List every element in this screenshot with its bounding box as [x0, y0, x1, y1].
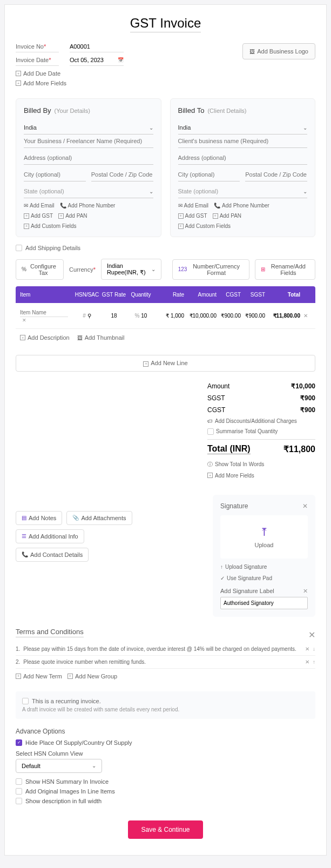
add-discounts-button[interactable]: 🏷Add Discounts/Additional Charges [207, 418, 315, 424]
add-term-button[interactable]: +Add New Term [16, 673, 62, 679]
move-up-button[interactable]: ↑ [313, 659, 315, 665]
signature-upload-zone[interactable]: ⤒Upload [220, 515, 308, 559]
cgst-cell: ₹900.00 [217, 313, 241, 319]
billed-to-add-gst[interactable]: +Add GST [178, 213, 207, 219]
billed-by-city-input[interactable] [24, 168, 86, 181]
add-due-date-button[interactable]: +Add Due Date [16, 70, 242, 77]
currency-select[interactable]: Indian Rupee(INR, ₹)⌄ [101, 259, 161, 280]
checkbox-checked-icon: ✓ [16, 739, 22, 746]
checkbox-icon [207, 428, 214, 435]
billed-by-state-select[interactable]: State (optional)⌄ [24, 185, 153, 198]
add-info-button[interactable]: ☰Add Additional Info [16, 529, 84, 543]
rate-input[interactable]: ₹ 1,000 [154, 313, 184, 319]
billed-by-country-select[interactable]: India⌄ [24, 121, 153, 134]
currency-label: Currency [69, 266, 96, 273]
checkbox-icon [16, 778, 22, 785]
mail-icon: ✉ [24, 203, 28, 208]
chevron-down-icon: ⌄ [303, 189, 307, 194]
hsn-view-label: Select HSN Column View [16, 750, 315, 757]
close-signature-button[interactable]: ✕ [302, 502, 308, 510]
add-more-fields-button[interactable]: +Add More Fields [16, 80, 242, 86]
billed-by-add-pan[interactable]: +Add PAN [58, 213, 87, 219]
delete-term-button[interactable]: ✕ [305, 646, 309, 652]
add-more-fields-totals[interactable]: +Add More Fields [207, 473, 315, 479]
search-icon[interactable]: ⚲ [87, 313, 91, 319]
billed-by-name-input[interactable] [24, 134, 153, 148]
billed-to-zip-input[interactable] [245, 168, 307, 181]
add-logo-button[interactable]: 🖼Add Business Logo [242, 43, 315, 59]
configure-tax-button[interactable]: %Configure Tax [16, 259, 64, 280]
hide-place-checkbox[interactable]: ✓Hide Place Of Supply/Country Of Supply [16, 739, 315, 746]
plus-icon: + [58, 213, 64, 219]
add-notes-button[interactable]: ▤Add Notes [16, 511, 62, 525]
add-images-checkbox[interactable]: Add Original Images In Line Items [16, 788, 315, 795]
clear-icon[interactable]: ✕ [22, 318, 26, 323]
show-hsn-checkbox[interactable]: Show HSN Summary In Invoice [16, 778, 315, 785]
hsn-view-select[interactable]: Default⌄ [16, 759, 102, 773]
number-format-button[interactable]: 123Number/Currency Format [172, 259, 249, 280]
image-icon: 🖼 [77, 335, 83, 341]
delete-term-button[interactable]: ✕ [305, 659, 309, 665]
sgst-value: ₹900 [300, 394, 315, 402]
total-cell: ₹11,800.00 [265, 313, 300, 319]
billed-by-add-custom[interactable]: +Add Custom Fields [24, 223, 76, 229]
billed-to-state-select[interactable]: State (optional)⌄ [178, 185, 308, 198]
billed-to-add-phone[interactable]: 📞Add Phone Number [214, 203, 269, 208]
phone-icon: 📞 [60, 203, 66, 208]
phone-icon: 📞 [22, 551, 28, 557]
invoice-no-input[interactable]: A00001 [70, 43, 124, 52]
add-thumbnail-button[interactable]: 🖼Add Thumbnail [77, 334, 125, 341]
summarise-qty-checkbox[interactable]: Summarise Total Quantity [207, 428, 315, 435]
shipping-checkbox[interactable]: Add Shipping Details [16, 245, 315, 251]
billed-by-add-email[interactable]: ✉Add Email [24, 203, 55, 208]
qty-input[interactable]: 10 [141, 313, 147, 319]
add-line-button[interactable]: +Add New Line [16, 355, 315, 372]
billed-to-city-input[interactable] [178, 168, 240, 181]
move-down-button[interactable]: ↓ [313, 646, 315, 652]
add-group-button[interactable]: +Add New Group [67, 673, 117, 679]
term-text[interactable]: Please quote invoice number when remitti… [23, 659, 302, 665]
close-label-button[interactable]: ✕ [303, 588, 308, 595]
list-icon: ☰ [22, 533, 26, 539]
item-name-input[interactable] [20, 308, 68, 317]
billed-to-address-input[interactable] [178, 151, 308, 165]
billed-to-add-custom[interactable]: +Add Custom Fields [178, 223, 231, 229]
show-words-button[interactable]: ⓘShow Total In Words [207, 461, 315, 468]
upload-signature-button[interactable]: ↑Upload Signature [220, 564, 308, 570]
add-contact-button[interactable]: 📞Add Contact Details [16, 548, 89, 562]
info-icon: ⓘ [207, 461, 213, 468]
chevron-down-icon: ⌄ [303, 125, 307, 131]
invoice-date-input[interactable]: Oct 05, 2023📅 [70, 57, 124, 66]
billed-by-add-phone[interactable]: 📞Add Phone Number [60, 203, 116, 208]
number-icon: 123 [178, 266, 187, 272]
signature-label-input[interactable] [220, 597, 308, 609]
add-description-button[interactable]: +Add Description [20, 334, 70, 341]
billed-by-address-input[interactable] [24, 151, 153, 165]
close-terms-button[interactable]: ✕ [308, 630, 315, 640]
billed-by-add-gst[interactable]: +Add GST [24, 213, 53, 219]
advance-options-title: Advance Options [16, 728, 315, 735]
image-icon: 🖼 [249, 49, 255, 55]
rename-fields-button[interactable]: ⊞Rename/Add Fields [255, 259, 315, 280]
term-row: 2. Please quote invoice number when remi… [16, 656, 315, 669]
add-attachments-button[interactable]: 📎Add Attachments [66, 511, 132, 525]
billed-to-title: Billed To [178, 106, 205, 115]
save-continue-button[interactable]: Save & Continue [128, 820, 202, 839]
gst-rate-input[interactable]: 18 [100, 313, 127, 319]
term-text[interactable]: Please pay within 15 days from the date … [23, 646, 302, 652]
billed-by-zip-input[interactable] [91, 168, 153, 181]
hsn-input[interactable]: # [83, 313, 86, 319]
show-desc-checkbox[interactable]: Show description in full width [16, 798, 315, 804]
signature-pad-button[interactable]: ✓Use Signature Pad [220, 575, 308, 581]
billed-to-country-select[interactable]: India⌄ [178, 121, 308, 134]
cgst-value: ₹900 [300, 406, 315, 414]
checkbox-icon [16, 788, 22, 795]
checkbox-icon [22, 698, 29, 704]
billed-to-add-email[interactable]: ✉Add Email [178, 203, 209, 208]
billed-by-title: Billed By [24, 106, 51, 115]
billed-to-add-pan[interactable]: +Add PAN [213, 213, 241, 219]
delete-row-button[interactable]: ✕ [300, 313, 311, 319]
recurring-checkbox[interactable]: This is a recurring invoice. [22, 698, 309, 704]
billed-to-name-input[interactable] [178, 134, 308, 148]
amount-value: ₹10,000 [291, 382, 315, 390]
